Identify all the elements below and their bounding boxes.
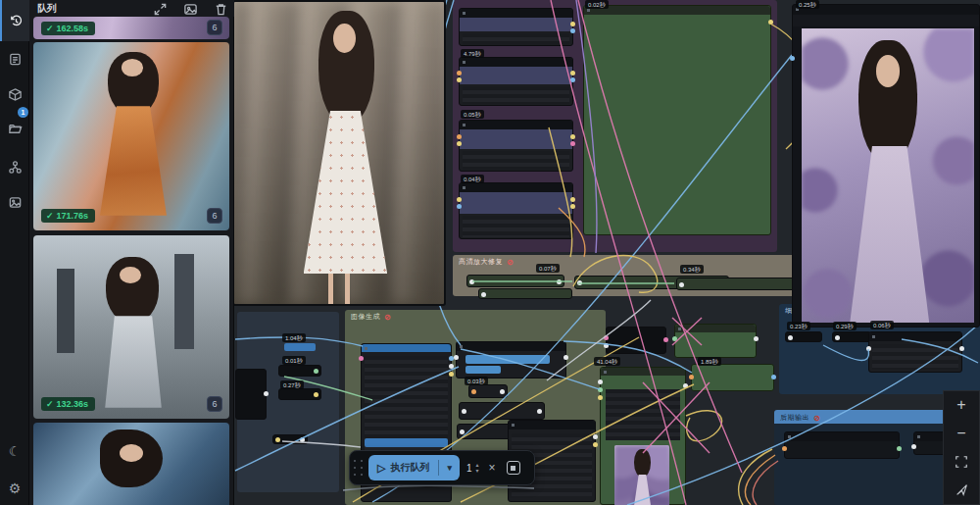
node-text-area[interactable]	[463, 86, 569, 104]
select-tool-button[interactable]	[944, 476, 979, 504]
output-port[interactable]	[557, 279, 562, 284]
input-port[interactable]	[604, 343, 609, 348]
node-collapsed[interactable]	[785, 331, 822, 342]
node-text-area[interactable]	[463, 33, 569, 45]
output-port[interactable]	[570, 71, 575, 76]
node-collapsed[interactable]	[459, 402, 545, 420]
output-port[interactable]	[300, 437, 305, 442]
node-preview-image-wisteria[interactable]	[792, 4, 980, 328]
input-port[interactable]	[598, 379, 603, 384]
node-header[interactable]	[460, 58, 572, 67]
sidebar-item-node-library[interactable]	[0, 41, 29, 76]
node-collapsed[interactable]	[278, 365, 321, 377]
output-port[interactable]	[771, 375, 776, 379]
node-header[interactable]	[584, 6, 770, 15]
node-widgets[interactable]	[872, 344, 958, 370]
input-port[interactable]	[689, 375, 694, 379]
input-port[interactable]	[672, 336, 677, 341]
output-port[interactable]	[754, 336, 759, 341]
output-port[interactable]	[264, 391, 269, 396]
output-port[interactable]	[564, 355, 568, 360]
sidebar-item-workflow-nodes[interactable]	[0, 149, 29, 184]
output-port[interactable]	[314, 392, 318, 397]
run-options-dropdown[interactable]: ▾	[439, 463, 460, 473]
input-port[interactable]	[679, 282, 684, 287]
node-prompt-2[interactable]	[459, 57, 573, 106]
output-port[interactable]	[593, 442, 598, 447]
input-port[interactable]	[454, 355, 459, 360]
selected-widget-row[interactable]	[365, 438, 448, 447]
step-down-icon[interactable]: ▾	[476, 468, 479, 474]
node-header[interactable]	[457, 342, 565, 351]
node-header[interactable]	[675, 325, 756, 332]
node-prompt-1[interactable]	[459, 8, 573, 46]
output-port[interactable]	[768, 20, 773, 25]
input-port[interactable]	[782, 446, 787, 451]
node-rows[interactable]	[868, 331, 962, 373]
input-port[interactable]	[469, 279, 474, 284]
node-header[interactable]	[460, 121, 572, 129]
input-port[interactable]	[866, 346, 871, 351]
node-header[interactable]	[460, 9, 572, 18]
queue-item[interactable]	[33, 423, 229, 505]
output-port[interactable]	[537, 409, 542, 414]
queue-count-badge[interactable]: 6	[207, 20, 222, 35]
queue-count-badge[interactable]: 6	[207, 208, 222, 224]
stop-button[interactable]	[507, 461, 520, 475]
clear-queue-button[interactable]: ×	[489, 461, 496, 475]
node-text-area[interactable]	[463, 216, 569, 237]
output-port[interactable]	[500, 389, 505, 394]
input-port[interactable]	[457, 204, 462, 209]
node-header[interactable]	[793, 5, 979, 15]
image-icon[interactable]	[183, 2, 198, 17]
toolbar-drag-handle[interactable]	[354, 460, 366, 476]
node-collapsed-blue[interactable]	[284, 343, 316, 351]
input-port[interactable]	[481, 292, 486, 297]
batch-count-value[interactable]: 1	[466, 463, 472, 474]
output-port[interactable]	[570, 204, 575, 209]
bypass-icon[interactable]: ⊘	[507, 258, 514, 267]
output-port[interactable]	[663, 337, 668, 342]
input-port[interactable]	[604, 335, 609, 340]
input-port[interactable]	[471, 389, 476, 394]
queue-item[interactable]: ✓ 171.76s 6	[33, 42, 229, 230]
output-port[interactable]	[897, 446, 902, 451]
output-port[interactable]	[570, 134, 575, 139]
node-clipped-black[interactable]	[235, 369, 267, 420]
output-port[interactable]	[959, 346, 964, 351]
input-port[interactable]	[598, 387, 603, 392]
node-sampler-settings[interactable]	[456, 341, 566, 379]
node-text-area[interactable]	[463, 151, 569, 170]
zoom-in-button[interactable]: +	[944, 391, 979, 420]
sidebar-item-gallery[interactable]	[0, 184, 29, 220]
output-port[interactable]	[449, 364, 454, 369]
input-port[interactable]	[359, 356, 364, 361]
node-prompt-4[interactable]	[459, 182, 573, 239]
node-collapsed[interactable]	[272, 434, 308, 444]
node-widgets[interactable]	[365, 356, 448, 438]
output-port[interactable]	[314, 369, 318, 374]
node-collapsed[interactable]	[832, 331, 871, 342]
node-widget-row[interactable]	[793, 15, 979, 26]
bypass-icon[interactable]: ⊘	[384, 313, 391, 322]
output-port[interactable]	[570, 141, 575, 146]
bypass-icon[interactable]: ⊘	[813, 414, 820, 423]
input-port[interactable]	[457, 197, 462, 202]
input-port[interactable]	[457, 134, 462, 139]
node-widgets[interactable]	[606, 389, 680, 440]
input-port[interactable]	[790, 56, 795, 61]
node-header[interactable]	[362, 344, 451, 352]
node-collapsed[interactable]	[278, 388, 321, 400]
node-notes-green[interactable]	[583, 5, 771, 235]
output-port[interactable]	[593, 434, 598, 439]
input-port[interactable]	[788, 335, 793, 340]
input-port[interactable]	[835, 335, 840, 340]
input-port[interactable]	[457, 77, 462, 82]
input-port[interactable]	[460, 429, 465, 434]
node-green-small[interactable]	[691, 364, 774, 391]
output-port[interactable]	[570, 22, 575, 26]
expand-icon[interactable]	[153, 2, 168, 17]
zoom-out-button[interactable]: −	[944, 420, 979, 448]
output-port[interactable]	[683, 383, 688, 388]
node-header[interactable]	[509, 421, 595, 429]
